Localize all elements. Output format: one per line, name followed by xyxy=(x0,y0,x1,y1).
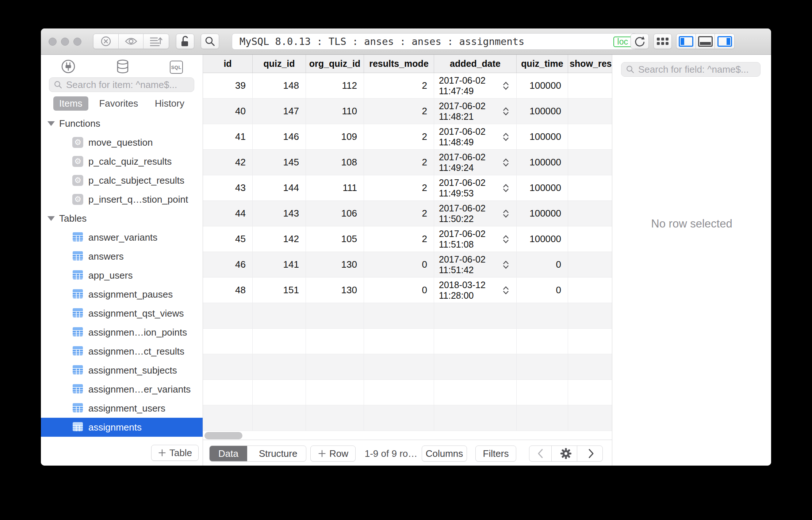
sidebar-table-assignmen-ion_points[interactable]: assignmen…ion_points xyxy=(41,323,203,342)
cell-show_resu[interactable] xyxy=(568,226,612,252)
sidebar-table-assignment_subjects[interactable]: assignment_subjects xyxy=(41,361,203,380)
sidebar-table-assignmen-ct_results[interactable]: assignmen…ct_results xyxy=(41,342,203,361)
cell-org_quiz_id[interactable]: 105 xyxy=(306,226,364,252)
cell-added_date[interactable]: 2017-06-0211:48:21 xyxy=(434,99,517,124)
cell-quiz_id[interactable]: 141 xyxy=(253,252,306,277)
cell-added_date[interactable]: 2017-06-0211:51:42 xyxy=(434,252,517,277)
cell-id[interactable]: 46 xyxy=(203,252,253,277)
database-view-button[interactable] xyxy=(115,59,130,76)
process-list-button[interactable] xyxy=(143,34,169,49)
sidebar-table-answer_variants[interactable]: answer_variants xyxy=(41,228,203,247)
column-header-quiz_id[interactable]: quiz_id xyxy=(253,55,306,73)
sidebar-table-assignments[interactable]: assignments xyxy=(41,418,203,437)
tab-structure[interactable]: Structure xyxy=(250,446,306,461)
cell-org_quiz_id[interactable]: 110 xyxy=(306,99,364,124)
sidebar-function-move_question[interactable]: ⚙move_question xyxy=(41,133,203,152)
watch-button[interactable] xyxy=(119,34,144,49)
cell-quiz_time[interactable]: 0 xyxy=(517,278,568,303)
sidebar-table-assignmen-er_variants[interactable]: assignmen…er_variants xyxy=(41,380,203,399)
toggle-left-sidebar-button[interactable] xyxy=(677,34,696,49)
sidebar-function-p_calc_quiz_results[interactable]: ⚙p_calc_quiz_results xyxy=(41,152,203,171)
cell-show_resu[interactable] xyxy=(568,252,612,277)
toggle-bottom-panel-button[interactable] xyxy=(696,34,715,49)
sidebar-table-app_users[interactable]: app_users xyxy=(41,266,203,285)
cell-id[interactable]: 42 xyxy=(203,150,253,175)
cell-quiz_id[interactable]: 145 xyxy=(253,150,306,175)
sidebar-table-answers[interactable]: answers xyxy=(41,247,203,266)
cell-org_quiz_id[interactable]: 109 xyxy=(306,124,364,149)
search-toolbar-button[interactable] xyxy=(201,34,219,49)
sql-view-button[interactable]: SQL xyxy=(170,61,183,74)
section-header-functions[interactable]: Functions xyxy=(41,114,203,133)
datetime-stepper-icon[interactable] xyxy=(503,184,509,192)
cell-id[interactable]: 39 xyxy=(203,73,253,98)
cell-org_quiz_id[interactable]: 130 xyxy=(306,252,364,277)
cell-quiz_time[interactable]: 100000 xyxy=(517,226,568,252)
sidebar-table-assignment_pauses[interactable]: assignment_pauses xyxy=(41,285,203,304)
cell-results_mode[interactable]: 0 xyxy=(364,278,434,303)
cell-id[interactable]: 44 xyxy=(203,201,253,226)
sidebar-tab-favorites[interactable]: Favorites xyxy=(93,96,144,111)
cell-added_date[interactable]: 2018-03-1211:28:00 xyxy=(434,278,517,303)
cell-results_mode[interactable]: 2 xyxy=(364,73,434,98)
sidebar-tab-items[interactable]: Items xyxy=(53,96,88,111)
cell-id[interactable]: 40 xyxy=(203,99,253,124)
cell-results_mode[interactable]: 2 xyxy=(364,175,434,200)
cell-id[interactable]: 45 xyxy=(203,226,253,252)
tab-data[interactable]: Data xyxy=(210,446,247,461)
datetime-stepper-icon[interactable] xyxy=(503,260,509,269)
cell-added_date[interactable]: 2017-06-0211:47:49 xyxy=(434,73,517,98)
sidebar-function-p_calc_subject_results[interactable]: ⚙p_calc_subject_results xyxy=(41,171,203,190)
sidebar-tab-history[interactable]: History xyxy=(149,96,190,111)
cell-show_resu[interactable] xyxy=(568,124,612,149)
cell-show_resu[interactable] xyxy=(568,278,612,303)
section-header-tables[interactable]: Tables xyxy=(41,209,203,228)
cell-show_resu[interactable] xyxy=(568,73,612,98)
field-search-input[interactable]: Search for field: ^name$... xyxy=(621,62,761,77)
refresh-button[interactable] xyxy=(631,34,649,49)
cell-org_quiz_id[interactable]: 130 xyxy=(306,278,364,303)
cell-quiz_time[interactable]: 100000 xyxy=(517,201,568,226)
cell-org_quiz_id[interactable]: 106 xyxy=(306,201,364,226)
columns-button[interactable]: Columns xyxy=(422,446,467,462)
cell-quiz_id[interactable]: 146 xyxy=(253,124,306,149)
previous-page-button[interactable] xyxy=(529,446,552,461)
minimize-button[interactable] xyxy=(61,38,69,46)
table-settings-button[interactable] xyxy=(555,446,577,461)
sidebar-table-assignment_qst_views[interactable]: assignment_qst_views xyxy=(41,304,203,323)
cell-quiz_time[interactable]: 100000 xyxy=(517,124,568,149)
cell-id[interactable]: 43 xyxy=(203,175,253,200)
cell-results_mode[interactable]: 2 xyxy=(364,99,434,124)
datetime-stepper-icon[interactable] xyxy=(503,286,509,295)
cell-added_date[interactable]: 2017-06-0211:48:49 xyxy=(434,124,517,149)
cell-quiz_id[interactable]: 142 xyxy=(253,226,306,252)
cell-results_mode[interactable]: 2 xyxy=(364,124,434,149)
cell-results_mode[interactable]: 2 xyxy=(364,150,434,175)
cell-id[interactable]: 41 xyxy=(203,124,253,149)
cell-show_resu[interactable] xyxy=(568,99,612,124)
datetime-stepper-icon[interactable] xyxy=(503,209,509,218)
next-page-button[interactable] xyxy=(580,446,602,461)
cell-quiz_id[interactable]: 148 xyxy=(253,73,306,98)
toggle-right-sidebar-button[interactable] xyxy=(715,34,734,49)
cell-quiz_id[interactable]: 143 xyxy=(253,201,306,226)
datetime-stepper-icon[interactable] xyxy=(503,107,509,116)
column-header-show_resu[interactable]: show_resu xyxy=(568,55,612,73)
sidebar-table-assignment_users[interactable]: assignment_users xyxy=(41,399,203,418)
cell-org_quiz_id[interactable]: 108 xyxy=(306,150,364,175)
datetime-stepper-icon[interactable] xyxy=(503,133,509,141)
cell-quiz_time[interactable]: 100000 xyxy=(517,175,568,200)
cell-show_resu[interactable] xyxy=(568,150,612,175)
cell-quiz_id[interactable]: 151 xyxy=(253,278,306,303)
cell-id[interactable]: 48 xyxy=(203,278,253,303)
datetime-stepper-icon[interactable] xyxy=(503,235,509,244)
zoom-button[interactable] xyxy=(73,38,81,46)
column-header-id[interactable]: id xyxy=(203,55,253,73)
lock-button[interactable] xyxy=(176,34,194,49)
cell-org_quiz_id[interactable]: 111 xyxy=(306,175,364,200)
cell-show_resu[interactable] xyxy=(568,175,612,200)
column-header-added_date[interactable]: added_date xyxy=(434,55,517,73)
cell-quiz_time[interactable]: 0 xyxy=(517,252,568,277)
datetime-stepper-icon[interactable] xyxy=(503,81,509,90)
cell-added_date[interactable]: 2017-06-0211:49:24 xyxy=(434,150,517,175)
